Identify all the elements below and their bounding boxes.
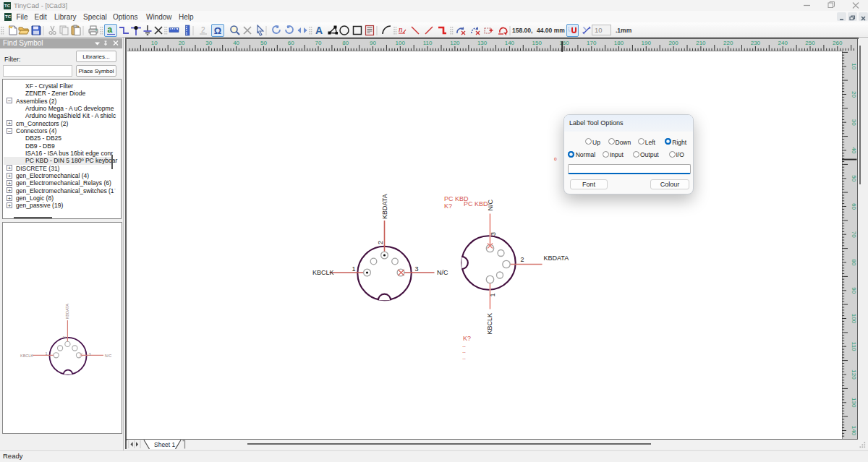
svg-text:1: 1 — [46, 351, 48, 356]
svg-text:A: A — [315, 25, 323, 36]
svg-text:200: 200 — [668, 40, 678, 46]
svg-text:190: 190 — [642, 40, 652, 46]
svg-text:KBDATA: KBDATA — [65, 304, 69, 320]
svg-text:140: 140 — [505, 40, 515, 46]
svg-text:2: 2 — [62, 336, 67, 338]
svg-text:120: 120 — [450, 40, 460, 46]
svg-text:20: 20 — [179, 40, 185, 46]
svg-text:50: 50 — [260, 40, 267, 46]
svg-text:2: 2 — [201, 26, 205, 34]
svg-text:1: 1 — [489, 293, 496, 296]
svg-text:Sheet 1: Sheet 1 — [154, 441, 176, 448]
svg-text:N/C: N/C — [105, 354, 112, 358]
svg-text:2: 2 — [377, 241, 384, 244]
svg-text:N/C: N/C — [437, 269, 448, 276]
svg-text:160: 160 — [559, 40, 569, 46]
svg-text:220: 220 — [723, 40, 733, 46]
svg-text:..: .. — [462, 354, 466, 361]
svg-text:KBCLK: KBCLK — [486, 313, 493, 335]
svg-text:230: 230 — [751, 40, 761, 46]
svg-text:250: 250 — [805, 40, 815, 46]
svg-text:10: 10 — [151, 40, 158, 46]
svg-text:70: 70 — [315, 40, 322, 46]
svg-text:2: 2 — [521, 256, 524, 263]
svg-text:1: 1 — [352, 265, 356, 273]
svg-text:KBDATA: KBDATA — [544, 254, 569, 262]
svg-text:30: 30 — [205, 40, 212, 46]
svg-text:90: 90 — [370, 40, 376, 46]
svg-text:3: 3 — [89, 352, 91, 356]
svg-text:100: 100 — [396, 40, 406, 46]
svg-text:170: 170 — [587, 40, 597, 46]
svg-text:130: 130 — [477, 40, 488, 46]
svg-text:110: 110 — [423, 40, 433, 46]
svg-text:KBDATA: KBDATA — [381, 194, 388, 219]
svg-text:210: 210 — [696, 40, 706, 46]
svg-text:3: 3 — [415, 265, 419, 273]
svg-text:n: n — [399, 25, 403, 33]
svg-text:KBCLK: KBCLK — [20, 354, 33, 358]
svg-text:KBCLK: KBCLK — [312, 269, 334, 276]
svg-text:240: 240 — [778, 40, 788, 46]
svg-text:PC KBD: PC KBD — [464, 200, 488, 208]
svg-text:40: 40 — [233, 40, 239, 46]
svg-text:260: 260 — [833, 40, 843, 46]
svg-text:3: 3 — [490, 232, 497, 236]
svg-text:150: 150 — [532, 40, 542, 46]
svg-text:K?: K? — [444, 202, 452, 210]
svg-text:80: 80 — [342, 40, 349, 46]
svg-text:180: 180 — [614, 40, 624, 46]
svg-text:o: o — [554, 156, 557, 161]
svg-text:60: 60 — [288, 40, 294, 46]
